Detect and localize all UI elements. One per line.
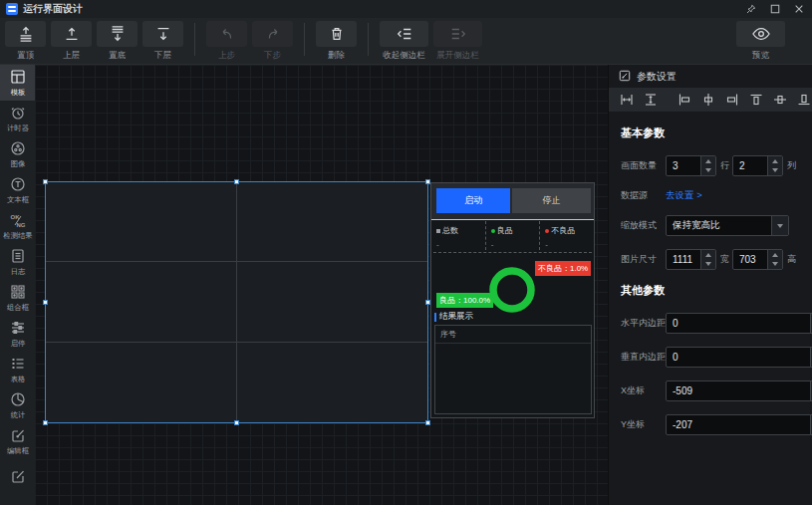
- toolbar: 置顶 上层 置底 下层 上步 下步 删除: [0, 18, 812, 65]
- step-down-icon[interactable]: [701, 260, 715, 270]
- grid-cell[interactable]: [237, 262, 428, 342]
- v-padding-stepper[interactable]: [666, 347, 812, 368]
- sidebar-item-log[interactable]: 日志: [0, 244, 35, 280]
- edit-box-icon: [10, 427, 26, 443]
- stop-button[interactable]: 停止: [512, 188, 591, 213]
- undo-button[interactable]: 上步: [206, 21, 247, 62]
- y-coordinate-stepper[interactable]: [666, 414, 812, 435]
- stretch-vertical-icon[interactable]: [644, 93, 658, 107]
- window-title: 运行界面设计: [23, 2, 83, 16]
- sidebar-item-statistics[interactable]: 统计: [0, 387, 35, 423]
- sidebar-item-timer[interactable]: 计时器: [0, 101, 35, 136]
- step-down-icon[interactable]: [768, 166, 782, 176]
- move-down-layer-button[interactable]: 下层: [142, 21, 183, 62]
- x-coordinate-input[interactable]: [667, 381, 810, 400]
- sidebar-item-table[interactable]: 表格: [0, 352, 35, 387]
- step-down-icon[interactable]: [701, 166, 715, 176]
- resize-handle[interactable]: [43, 420, 48, 425]
- sidebar-item-image[interactable]: 图像: [0, 136, 35, 172]
- stepper-buttons[interactable]: [767, 156, 782, 175]
- toolbar-separator: [368, 23, 369, 56]
- toolbar-separator: [304, 23, 305, 56]
- resize-handle[interactable]: [425, 179, 430, 184]
- step-up-icon[interactable]: [768, 156, 782, 166]
- resize-handle[interactable]: [425, 300, 430, 305]
- pin-icon[interactable]: [746, 4, 756, 14]
- resize-handle[interactable]: [234, 179, 239, 184]
- h-padding-input[interactable]: [667, 314, 810, 333]
- delete-button[interactable]: 删除: [316, 21, 357, 62]
- grid-cell[interactable]: [46, 343, 237, 422]
- ok-ng-result-icon: OKNG: [10, 212, 26, 228]
- v-padding-input[interactable]: [667, 348, 810, 367]
- step-down-icon[interactable]: [768, 260, 782, 270]
- sidebar-item-textbox[interactable]: 文本框: [0, 172, 35, 208]
- image-height-stepper[interactable]: [732, 249, 783, 270]
- section-accent-bar: [434, 313, 436, 322]
- stat-value: -: [436, 240, 485, 249]
- preview-button[interactable]: 预览: [736, 21, 785, 62]
- sidebar-item-extra[interactable]: [0, 459, 35, 495]
- align-right-icon[interactable]: [725, 93, 739, 107]
- image-width-stepper[interactable]: [666, 249, 716, 270]
- chevron-down-icon[interactable]: [771, 216, 788, 235]
- maximize-icon[interactable]: [770, 4, 780, 14]
- align-center-horizontal-icon[interactable]: [701, 93, 715, 107]
- stretch-horizontal-icon[interactable]: [620, 93, 634, 107]
- template-icon: [10, 69, 26, 85]
- rows-stepper[interactable]: [666, 155, 716, 176]
- grid-cell[interactable]: [237, 182, 428, 262]
- image-height-input[interactable]: [733, 250, 767, 269]
- align-top-icon[interactable]: [749, 93, 763, 107]
- design-canvas[interactable]: 启动 停止 总数 - 良品 - 不良品 -: [35, 65, 608, 505]
- x-coordinate-row: X坐标: [621, 380, 800, 401]
- sidebar-item-start-stop[interactable]: 启停: [0, 316, 35, 352]
- sidebar-item-result[interactable]: OKNG 检测结果: [0, 208, 35, 244]
- send-to-back-button[interactable]: 置底: [97, 21, 137, 62]
- stepper-buttons[interactable]: [767, 250, 782, 269]
- bring-to-front-button[interactable]: 置顶: [5, 21, 46, 62]
- expand-panel-icon: [433, 21, 482, 47]
- resize-handle[interactable]: [234, 420, 239, 425]
- cols-input[interactable]: [733, 156, 767, 175]
- sidebar-item-editbox[interactable]: 编辑框: [0, 423, 35, 459]
- data-source-link[interactable]: 去设置 >: [666, 189, 702, 202]
- start-button[interactable]: 启动: [436, 188, 510, 213]
- sidebar-item-combobox[interactable]: 组合框: [0, 280, 35, 316]
- image-width-input[interactable]: [667, 250, 700, 269]
- sidebar-item-template[interactable]: 模板: [0, 65, 35, 101]
- resize-handle[interactable]: [43, 300, 48, 305]
- selected-grid-widget[interactable]: [45, 181, 428, 423]
- move-up-layer-button[interactable]: 上层: [51, 21, 92, 62]
- align-middle-vertical-icon[interactable]: [773, 93, 787, 107]
- align-left-icon[interactable]: [677, 93, 691, 107]
- grid-cell[interactable]: [237, 343, 428, 422]
- align-bottom-icon[interactable]: [797, 93, 811, 107]
- resize-handle[interactable]: [425, 420, 430, 425]
- stepper-buttons[interactable]: [700, 156, 715, 175]
- scale-mode-dropdown[interactable]: 保持宽高比: [666, 215, 789, 236]
- resize-handle[interactable]: [43, 179, 48, 184]
- collapse-sidebar-button[interactable]: 收起侧边栏: [380, 21, 428, 62]
- cols-stepper[interactable]: [732, 155, 783, 176]
- v-padding-row: 垂直内边距: [621, 347, 800, 368]
- step-up-icon[interactable]: [768, 250, 782, 260]
- grid-cell[interactable]: [46, 262, 237, 342]
- run-preview-widget[interactable]: 启动 停止 总数 - 良品 - 不良品 -: [430, 182, 595, 418]
- step-up-icon[interactable]: [701, 156, 715, 166]
- dashed-divider: [433, 252, 592, 253]
- redo-button[interactable]: 下步: [252, 21, 293, 62]
- move-up-layer-icon: [51, 21, 92, 47]
- x-coordinate-stepper[interactable]: [666, 380, 812, 401]
- screen-count-row: 画面数量 行 列: [621, 155, 800, 176]
- h-padding-stepper[interactable]: [666, 313, 812, 334]
- grid-cell[interactable]: [46, 182, 237, 262]
- total-marker: [436, 229, 440, 233]
- step-up-icon[interactable]: [701, 250, 715, 260]
- rows-input[interactable]: [667, 156, 700, 175]
- stepper-buttons[interactable]: [700, 250, 715, 269]
- y-coordinate-input[interactable]: [667, 415, 810, 434]
- close-icon[interactable]: [794, 4, 804, 14]
- expand-sidebar-button[interactable]: 展开侧边栏: [433, 21, 482, 62]
- svg-text:NG: NG: [16, 221, 25, 227]
